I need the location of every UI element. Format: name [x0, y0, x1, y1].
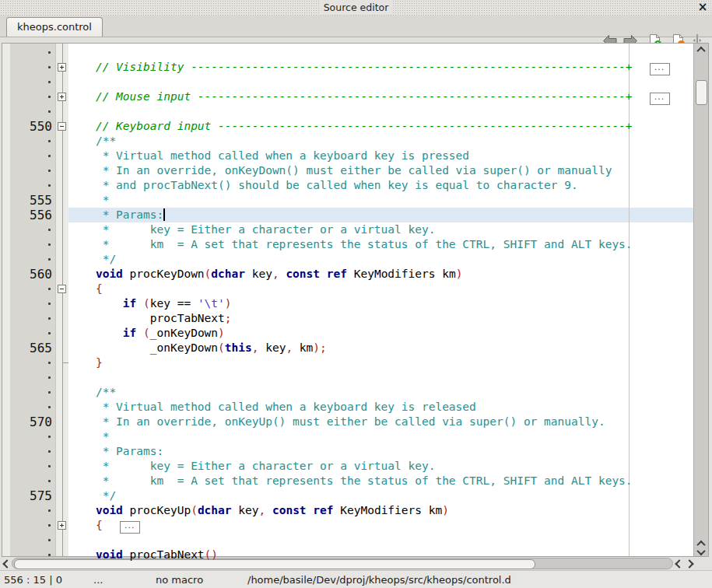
tab-kheops-control[interactable]: kheops.control: [6, 17, 103, 37]
line-marker-dot: [48, 96, 51, 98]
code-text: * Virtual method called when a keyboard …: [68, 400, 694, 415]
code-line[interactable]: 560 void procKeyDown(dchar key, const re…: [2, 267, 694, 282]
code-text: * km = A set that represents the status …: [68, 237, 694, 252]
tab-bar: kheops.control: [0, 16, 712, 37]
code-text: void procKeyDown(dchar key, const ref Ke…: [68, 267, 694, 282]
collapsed-fold-icon[interactable]: ...: [650, 93, 670, 105]
code-line[interactable]: 575 */: [2, 488, 694, 503]
code-text: [68, 45, 694, 60]
line-marker-dot: [48, 258, 51, 261]
line-marker-dot: [48, 480, 51, 482]
code-line[interactable]: if (key == '\t'): [2, 296, 694, 311]
code-text: */: [68, 488, 694, 503]
code-line[interactable]: [2, 45, 694, 60]
code-line[interactable]: 555 *: [2, 193, 694, 208]
status-ellipsis: ...: [93, 573, 103, 587]
code-line[interactable]: [2, 104, 694, 119]
code-text: void procKeyUp(dchar key, const ref KeyM…: [68, 503, 694, 518]
code-line[interactable]: }: [2, 355, 694, 370]
line-number: 570: [9, 415, 52, 429]
line-marker-dot: [48, 524, 51, 527]
line-marker-dot: [48, 140, 51, 142]
code-line[interactable]: [2, 75, 694, 89]
fold-collapse-icon[interactable]: [58, 122, 66, 131]
line-marker-dot: [48, 81, 51, 83]
line-marker-dot: [48, 554, 51, 556]
code-text: * Params:: [68, 444, 694, 459]
fold-expand-icon[interactable]: [58, 93, 66, 101]
code-text: procTabNext;: [68, 311, 694, 326]
code-line[interactable]: * In an override, onKeyDown() must eithe…: [2, 163, 694, 178]
code-line[interactable]: [2, 370, 694, 385]
collapsed-fold-icon[interactable]: ...: [650, 63, 670, 75]
line-number: 555: [9, 193, 52, 208]
vertical-scrollbar[interactable]: [693, 44, 708, 556]
code-editor[interactable]: // Visibility --------------------------…: [2, 43, 709, 557]
code-text: _onKeyDown(this, key, km);: [68, 341, 694, 355]
code-text: /**: [68, 134, 694, 149]
code-text: [68, 104, 694, 119]
code-rows: // Visibility --------------------------…: [2, 44, 708, 556]
code-text: * km = A set that represents the status …: [68, 474, 694, 488]
code-line[interactable]: void procKeyUp(dchar key, const ref KeyM…: [2, 503, 694, 518]
line-marker-dot: [48, 170, 51, 172]
code-line[interactable]: * and procTabNext() should be called whe…: [2, 178, 694, 193]
code-line[interactable]: * km = A set that represents the status …: [2, 237, 694, 252]
line-marker-dot: [48, 391, 51, 394]
code-line[interactable]: */: [2, 252, 694, 267]
line-marker-dot: [48, 66, 51, 68]
code-line[interactable]: * key = Either a character or a virtual …: [2, 459, 694, 474]
code-line[interactable]: *: [2, 429, 694, 444]
dock-titlebar[interactable]: Source editor ×: [0, 0, 712, 16]
code-line[interactable]: if (_onKeyDown): [2, 326, 694, 341]
code-line[interactable]: * Params:: [2, 444, 694, 459]
collapsed-fold-icon[interactable]: ...: [120, 521, 140, 534]
code-line[interactable]: 570 * In an override, onKeyUp() must eit…: [2, 415, 694, 429]
code-line[interactable]: * Virtual method called when a keyboard …: [2, 149, 694, 163]
line-marker-dot: [48, 155, 51, 157]
fold-collapse-icon[interactable]: [58, 285, 66, 293]
scroll-down-button[interactable]: [694, 547, 708, 557]
vertical-scrollbar-thumb[interactable]: [696, 80, 707, 105]
line-marker-dot: [48, 465, 51, 467]
close-icon[interactable]: ×: [697, 0, 708, 14]
code-line[interactable]: /**: [2, 385, 694, 400]
code-line[interactable]: * key = Either a character or a virtual …: [2, 222, 694, 237]
code-line[interactable]: 556 * Params:: [2, 208, 694, 222]
code-text: * and procTabNext() should be called whe…: [68, 178, 694, 193]
cursor-position: 556 : 15 | 0: [4, 573, 62, 587]
code-text: void procTabNext(): [68, 548, 694, 562]
code-line[interactable]: {...: [2, 518, 694, 533]
code-line[interactable]: /**: [2, 134, 694, 149]
code-text: if (_onKeyDown): [68, 326, 694, 341]
code-line[interactable]: void procTabNext(): [2, 548, 694, 562]
code-line[interactable]: 550 // Keyboard input ------------------…: [2, 119, 694, 134]
fold-expand-icon[interactable]: [58, 521, 66, 530]
line-marker-dot: [48, 51, 51, 54]
code-text: [68, 75, 694, 89]
code-line[interactable]: * Virtual method called when a keyboard …: [2, 400, 694, 415]
fold-expand-icon[interactable]: [58, 63, 66, 72]
code-text: * Virtual method called when a keyboard …: [68, 149, 694, 163]
status-bar: 556 : 15 | 0 ... no macro /home/basile/D…: [0, 570, 712, 588]
code-text: }: [68, 355, 694, 370]
line-marker-dot: [48, 450, 51, 453]
scroll-up-button[interactable]: [694, 44, 708, 54]
code-line[interactable]: // Mouse input -------------------------…: [2, 89, 694, 104]
code-text: */: [68, 252, 694, 267]
code-line[interactable]: [2, 533, 694, 548]
code-text: *: [68, 193, 694, 208]
line-marker-dot: [48, 303, 51, 305]
code-text: // Visibility --------------------------…: [68, 60, 694, 75]
line-marker-dot: [48, 436, 51, 438]
code-text: [68, 370, 694, 385]
code-line[interactable]: 565 _onKeyDown(this, key, km);: [2, 341, 694, 355]
code-line[interactable]: procTabNext;: [2, 311, 694, 326]
code-text: {...: [68, 518, 694, 533]
code-line[interactable]: {: [2, 282, 694, 296]
window-title: Source editor: [319, 1, 394, 15]
code-line[interactable]: // Visibility --------------------------…: [2, 60, 694, 75]
code-text: * In an override, onKeyDown() must eithe…: [68, 163, 694, 178]
code-text: // Keyboard input ----------------------…: [68, 119, 694, 134]
code-line[interactable]: * km = A set that represents the status …: [2, 474, 694, 488]
